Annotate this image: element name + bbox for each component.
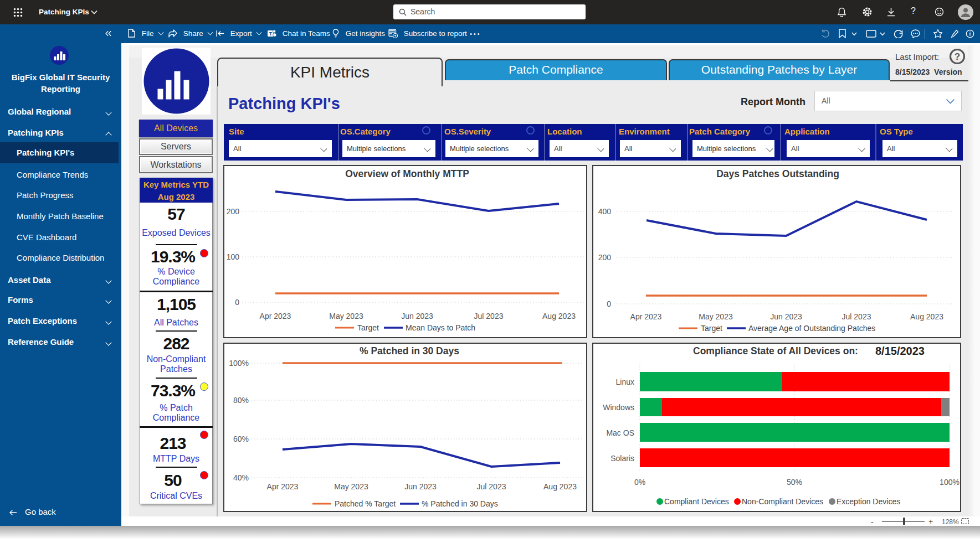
svg-text:0: 0	[607, 299, 611, 308]
svg-text:% Patched in 30 Days: % Patched in 30 Days	[422, 499, 498, 508]
svg-text:100: 100	[227, 252, 240, 261]
svg-text:Mac OS: Mac OS	[606, 428, 634, 437]
svg-text:Overview of Monthly MTTP: Overview of Monthly MTTP	[345, 168, 469, 179]
svg-text:% Patched in 30 Days: % Patched in 30 Days	[360, 345, 459, 356]
svg-text:Solaris: Solaris	[610, 454, 634, 463]
svg-text:Average Age of Outstanding Pat: Average Age of Outstanding Patches	[748, 324, 875, 333]
svg-text:May 2023: May 2023	[699, 312, 733, 321]
svg-text:200: 200	[227, 207, 240, 216]
svg-text:?: ?	[955, 51, 960, 62]
svg-text:Non-Compliant Devices: Non-Compliant Devices	[742, 497, 823, 506]
svg-text:100%: 100%	[229, 359, 249, 368]
svg-text:Jun 2023: Jun 2023	[770, 312, 802, 321]
svg-text:Apr 2023: Apr 2023	[630, 312, 662, 321]
svg-text:Aug 2023: Aug 2023	[542, 312, 576, 320]
svg-text:May 2023: May 2023	[329, 312, 363, 320]
svg-text:Apr 2023: Apr 2023	[267, 482, 299, 491]
svg-text:Days Patches Outstanding: Days Patches Outstanding	[716, 168, 839, 179]
svg-text:40%: 40%	[233, 473, 249, 482]
svg-text:Apr 2023: Apr 2023	[260, 312, 291, 320]
svg-text:Jul 2023: Jul 2023	[477, 482, 506, 491]
svg-text:Patched % Target: Patched % Target	[335, 499, 396, 508]
svg-text:Jul 2023: Jul 2023	[842, 312, 871, 321]
svg-text:100%: 100%	[940, 478, 960, 487]
svg-text:Exception Devices: Exception Devices	[837, 497, 900, 506]
svg-text:0%: 0%	[634, 478, 645, 487]
svg-text:400: 400	[598, 207, 612, 216]
svg-text:Target: Target	[357, 323, 379, 332]
svg-text:Compliance State of All Device: Compliance State of All Devices on:	[693, 345, 858, 356]
svg-text:0: 0	[235, 298, 239, 307]
svg-text:Jun 2023: Jun 2023	[401, 312, 433, 320]
svg-text:Aug 2023: Aug 2023	[543, 482, 577, 491]
svg-text:60%: 60%	[233, 435, 249, 443]
svg-text:Windows: Windows	[603, 403, 634, 412]
svg-text:Compliant Devices: Compliant Devices	[664, 497, 729, 506]
svg-text:T: T	[269, 31, 273, 37]
svg-text:Aug 2023: Aug 2023	[910, 312, 943, 321]
svg-text:Jul 2023: Jul 2023	[474, 312, 504, 320]
svg-text:200: 200	[598, 253, 612, 262]
svg-text:May 2023: May 2023	[334, 482, 368, 491]
svg-text:Linux: Linux	[616, 378, 634, 386]
svg-text:80%: 80%	[233, 396, 249, 405]
svg-text:Mean Days to Patch: Mean Days to Patch	[406, 323, 475, 332]
svg-text:50%: 50%	[787, 478, 802, 487]
svg-text:Target: Target	[701, 324, 722, 333]
svg-text:8/15/2023: 8/15/2023	[875, 345, 925, 357]
svg-text:Jun 2023: Jun 2023	[404, 482, 437, 491]
